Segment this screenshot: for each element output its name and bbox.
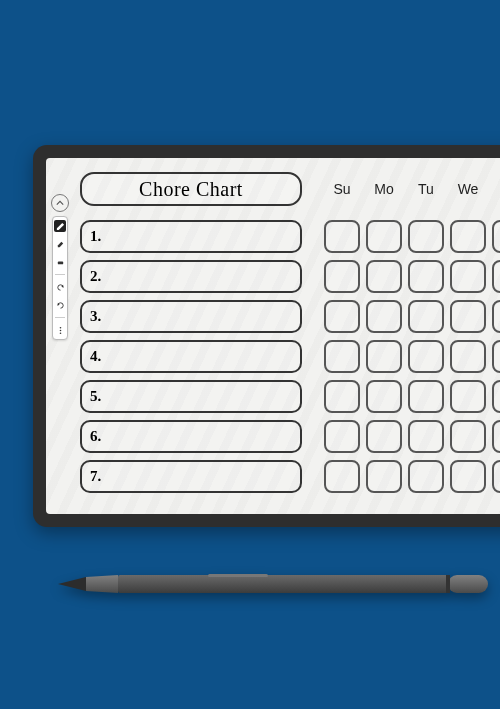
grid-cell[interactable]: [450, 260, 486, 293]
chore-row[interactable]: 1.: [80, 220, 302, 253]
svg-rect-5: [208, 574, 268, 577]
eraser-tool[interactable]: [54, 256, 66, 268]
chore-number: 5.: [90, 388, 101, 405]
stylus: [58, 574, 488, 594]
svg-rect-0: [57, 261, 62, 264]
grid-cell[interactable]: [450, 300, 486, 333]
grid-cell[interactable]: [408, 420, 444, 453]
tool-strip: [52, 216, 68, 340]
chore-number: 1.: [90, 228, 101, 245]
grid-cell[interactable]: [366, 300, 402, 333]
annotation-toolbar: [50, 194, 70, 340]
grid-cell[interactable]: [492, 220, 500, 253]
grid-cell[interactable]: [450, 420, 486, 453]
svg-point-2: [59, 329, 61, 331]
more-icon: [56, 326, 65, 335]
chore-number: 6.: [90, 428, 101, 445]
chore-number: 4.: [90, 348, 101, 365]
chore-row[interactable]: 6.: [80, 420, 302, 453]
collapse-toolbar-button[interactable]: [51, 194, 69, 212]
grid-cell[interactable]: [324, 380, 360, 413]
grid-cell[interactable]: [408, 380, 444, 413]
grid-cell[interactable]: [492, 460, 500, 493]
redo-button[interactable]: [54, 299, 66, 311]
highlighter-tool[interactable]: [54, 238, 66, 250]
grid-row: [324, 380, 500, 413]
chore-grid: [324, 220, 500, 500]
highlighter-icon: [56, 240, 65, 249]
chore-row[interactable]: 7.: [80, 460, 302, 493]
grid-cell[interactable]: [324, 260, 360, 293]
grid-cell[interactable]: [366, 260, 402, 293]
grid-cell[interactable]: [450, 460, 486, 493]
chore-number: 2.: [90, 268, 101, 285]
chore-number: 3.: [90, 308, 101, 325]
grid-row: [324, 220, 500, 253]
grid-row: [324, 420, 500, 453]
grid-cell[interactable]: [492, 340, 500, 373]
grid-cell[interactable]: [492, 300, 500, 333]
redo-icon: [56, 301, 65, 310]
day-headers: Su Mo Tu We Th F: [324, 172, 500, 206]
svg-point-3: [59, 332, 61, 334]
grid-cell[interactable]: [408, 260, 444, 293]
chore-number: 7.: [90, 468, 101, 485]
grid-cell[interactable]: [366, 340, 402, 373]
grid-row: [324, 260, 500, 293]
grid-row: [324, 340, 500, 373]
grid-row: [324, 300, 500, 333]
page-title: Chore Chart: [80, 172, 302, 206]
day-header: Th: [492, 181, 500, 197]
chore-row[interactable]: 2.: [80, 260, 302, 293]
chore-list: 1. 2. 3. 4. 5. 6. 7.: [80, 220, 302, 500]
chore-row[interactable]: 4.: [80, 340, 302, 373]
svg-point-1: [59, 326, 61, 328]
pen-tool[interactable]: [54, 220, 66, 232]
grid-cell[interactable]: [408, 220, 444, 253]
grid-cell[interactable]: [366, 220, 402, 253]
chore-row[interactable]: 5.: [80, 380, 302, 413]
chore-list-column: Chore Chart 1. 2. 3. 4. 5. 6. 7.: [80, 172, 302, 500]
grid-cell[interactable]: [366, 420, 402, 453]
day-header: Tu: [408, 181, 444, 197]
eraser-icon: [56, 258, 65, 267]
grid-cell[interactable]: [450, 220, 486, 253]
grid-cell[interactable]: [408, 300, 444, 333]
grid-cell[interactable]: [408, 460, 444, 493]
grid-cell[interactable]: [450, 380, 486, 413]
grid-cell[interactable]: [324, 300, 360, 333]
svg-rect-7: [446, 575, 450, 593]
grid-cell[interactable]: [366, 380, 402, 413]
undo-button[interactable]: [54, 281, 66, 293]
grid-cell[interactable]: [324, 340, 360, 373]
day-header: Mo: [366, 181, 402, 197]
chore-chart-document: Chore Chart 1. 2. 3. 4. 5. 6. 7. Su Mo T…: [80, 172, 500, 500]
grid-row: [324, 460, 500, 493]
more-tools-button[interactable]: [54, 324, 66, 336]
toolbar-separator: [55, 274, 65, 275]
calendar-column: Su Mo Tu We Th F: [324, 172, 500, 500]
undo-icon: [56, 283, 65, 292]
pen-icon: [56, 222, 65, 231]
grid-cell[interactable]: [492, 420, 500, 453]
grid-cell[interactable]: [324, 460, 360, 493]
grid-cell[interactable]: [450, 340, 486, 373]
chore-row[interactable]: 3.: [80, 300, 302, 333]
svg-rect-6: [448, 575, 488, 593]
day-header: Su: [324, 181, 360, 197]
grid-cell[interactable]: [492, 260, 500, 293]
svg-rect-4: [118, 575, 448, 593]
chevron-up-icon: [56, 199, 64, 207]
toolbar-separator: [55, 317, 65, 318]
day-header: We: [450, 181, 486, 197]
title-text: Chore Chart: [139, 178, 243, 201]
grid-cell[interactable]: [492, 380, 500, 413]
grid-cell[interactable]: [366, 460, 402, 493]
grid-cell[interactable]: [324, 420, 360, 453]
grid-cell[interactable]: [324, 220, 360, 253]
grid-cell[interactable]: [408, 340, 444, 373]
tablet-frame: Chore Chart 1. 2. 3. 4. 5. 6. 7. Su Mo T…: [33, 145, 500, 527]
tablet-screen: Chore Chart 1. 2. 3. 4. 5. 6. 7. Su Mo T…: [46, 158, 500, 514]
